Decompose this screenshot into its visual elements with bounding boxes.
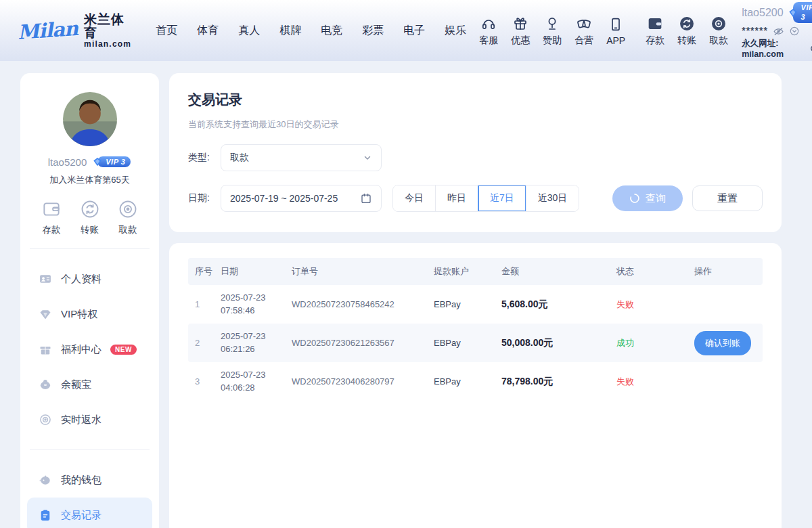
headset-icon bbox=[480, 15, 497, 32]
date-range-input[interactable]: 2025-07-19 ~ 2025-07-25 bbox=[221, 185, 382, 212]
range-7days-button[interactable]: 近7日 bbox=[478, 185, 526, 211]
vip-badge: VIP 3 bbox=[788, 1, 812, 24]
row-index: 2 bbox=[188, 338, 221, 348]
sidebar-menu-top: 个人资料 VIP特权 福利中心 NEW 余额宝 bbox=[20, 261, 159, 437]
row-account: EBPay bbox=[434, 376, 501, 387]
query-button[interactable]: 查询 bbox=[612, 185, 683, 211]
sidebar-transfer-action[interactable]: 转账 bbox=[79, 198, 101, 236]
promo-action[interactable]: 优惠 bbox=[511, 15, 530, 47]
reset-button[interactable]: 重置 bbox=[692, 185, 763, 211]
sidebar-divider bbox=[30, 248, 150, 249]
col-action: 操作 bbox=[694, 265, 763, 278]
app-action[interactable]: APP bbox=[606, 16, 625, 46]
transfer-outline-icon bbox=[79, 198, 101, 220]
username: ltao5200 bbox=[742, 6, 783, 20]
sidebar-item-transactions[interactable]: 交易记录 bbox=[27, 498, 152, 528]
piggy-icon bbox=[39, 378, 52, 391]
date-range-value: 2025-07-19 ~ 2025-07-25 bbox=[230, 193, 338, 204]
row-action-cell: 确认到账 bbox=[694, 331, 763, 355]
partner-action[interactable]: 合营 bbox=[574, 15, 593, 47]
col-account: 提款账户 bbox=[434, 265, 501, 278]
row-time: 04:06:28 bbox=[221, 382, 292, 394]
service-action[interactable]: 客服 bbox=[479, 15, 498, 47]
withdraw-action[interactable]: 取款 bbox=[709, 15, 728, 47]
nav-item-lottery[interactable]: 彩票 bbox=[362, 24, 384, 38]
sidebar-item-label: 我的钱包 bbox=[61, 474, 102, 487]
range-today-button[interactable]: 今日 bbox=[393, 185, 435, 211]
reset-button-label: 重置 bbox=[717, 192, 738, 205]
sponsor-label: 赞助 bbox=[543, 35, 562, 47]
row-status: 失败 bbox=[616, 299, 694, 311]
transfer-label: 转账 bbox=[677, 35, 696, 47]
brand-logo[interactable]: Milan 米兰体育 milan.com bbox=[18, 13, 131, 48]
col-order: 订单号 bbox=[292, 265, 434, 278]
sidebar-item-benefits[interactable]: 福利中心 NEW bbox=[27, 332, 152, 367]
main-column: 交易记录 当前系统支持查询最近30日的交易记录 类型: 取款 日期: 2025-… bbox=[169, 73, 782, 528]
col-amount: 金额 bbox=[501, 265, 616, 278]
transfer-filled-icon bbox=[678, 15, 696, 32]
nav-item-slots[interactable]: 电子 bbox=[403, 24, 425, 38]
filter-card: 交易记录 当前系统支持查询最近30日的交易记录 类型: 取款 日期: 2025-… bbox=[169, 73, 782, 232]
type-select[interactable]: 取款 bbox=[221, 144, 382, 171]
eye-off-icon[interactable] bbox=[773, 26, 784, 37]
sidebar-item-label: 个人资料 bbox=[61, 273, 102, 286]
partner-label: 合营 bbox=[574, 35, 593, 47]
sidebar-item-profile[interactable]: 个人资料 bbox=[27, 261, 152, 296]
sponsor-action[interactable]: 赞助 bbox=[543, 15, 562, 47]
wallet-pig-icon bbox=[39, 473, 52, 487]
row-date: 2025-07-23 bbox=[221, 292, 292, 304]
sidebar-deposit-label: 存款 bbox=[43, 224, 61, 236]
vip-diamond-icon bbox=[788, 7, 798, 18]
brand-name-cn: 米兰体育 bbox=[84, 13, 131, 40]
nav-item-live[interactable]: 真人 bbox=[238, 24, 260, 38]
row-order-no: WD202507230758465242 bbox=[292, 299, 434, 309]
nav-item-esports[interactable]: 电竞 bbox=[321, 24, 342, 38]
page-subtitle: 当前系统支持查询最近30日的交易记录 bbox=[188, 118, 763, 131]
row-order-no: WD202507230621263567 bbox=[292, 338, 434, 348]
range-30days-button[interactable]: 近30日 bbox=[526, 185, 579, 211]
trophy-icon bbox=[544, 15, 560, 32]
type-label: 类型: bbox=[188, 152, 221, 164]
row-status: 成功 bbox=[616, 337, 694, 349]
row-account: EBPay bbox=[434, 338, 501, 348]
sidebar-avatar[interactable] bbox=[63, 92, 117, 146]
sidebar-deposit-action[interactable]: 存款 bbox=[41, 198, 62, 236]
deposit-action[interactable]: 存款 bbox=[646, 15, 664, 47]
sidebar-item-label: 交易记录 bbox=[61, 509, 102, 522]
row-time: 06:21:26 bbox=[221, 343, 292, 355]
range-yesterday-button[interactable]: 昨日 bbox=[435, 185, 478, 211]
permanent-url-label: 永久网址: milan.com bbox=[742, 39, 807, 60]
nav-item-sports[interactable]: 体育 bbox=[197, 24, 219, 38]
sidebar-item-yuebao[interactable]: 余额宝 bbox=[27, 367, 152, 402]
service-label: 客服 bbox=[479, 35, 498, 47]
sidebar-item-my-wallet[interactable]: 我的钱包 bbox=[27, 462, 152, 498]
table-header: 序号 日期 订单号 提款账户 金额 状态 操作 bbox=[188, 258, 763, 285]
sidebar-withdraw-label: 取款 bbox=[119, 224, 137, 236]
search-icon[interactable] bbox=[809, 44, 812, 54]
withdraw-outline-icon bbox=[117, 198, 139, 220]
nav-item-entertainment[interactable]: 娱乐 bbox=[445, 24, 466, 38]
sidebar-transfer-label: 转账 bbox=[81, 224, 99, 236]
confirm-received-button[interactable]: 确认到账 bbox=[694, 331, 751, 355]
top-header: Milan 米兰体育 milan.com 首页 体育 真人 棋牌 电竞 彩票 电… bbox=[0, 0, 812, 61]
transfer-action[interactable]: 转账 bbox=[677, 15, 696, 47]
table-row: 2 2025-07-23 06:21:26 WD2025072306212635… bbox=[188, 324, 763, 362]
refresh-balance-icon[interactable] bbox=[789, 26, 800, 37]
sidebar-withdraw-action[interactable]: 取款 bbox=[117, 198, 139, 236]
row-amount: 50,008.00元 bbox=[501, 337, 616, 349]
sidebar-item-rebate[interactable]: 实时返水 bbox=[27, 402, 152, 437]
date-filter-row: 日期: 2025-07-19 ~ 2025-07-25 今日 昨日 近7日 近3… bbox=[188, 185, 763, 212]
header-actions: 客服 优惠 赞助 合营 bbox=[466, 1, 812, 60]
new-badge: NEW bbox=[110, 345, 137, 355]
nav-item-home[interactable]: 首页 bbox=[156, 24, 177, 38]
sidebar-username: ltao5200 bbox=[48, 156, 87, 168]
clipboard-icon bbox=[39, 508, 52, 522]
nav-item-cards[interactable]: 棋牌 bbox=[279, 24, 301, 38]
main-nav: 首页 体育 真人 棋牌 电竞 彩票 电子 娱乐 bbox=[156, 24, 466, 38]
vip-diamond-icon bbox=[92, 156, 103, 167]
sidebar-item-label: VIP特权 bbox=[61, 308, 97, 321]
sidebar-item-vip[interactable]: VIP特权 bbox=[27, 296, 152, 332]
table-row: 3 2025-07-23 04:06:28 WD2025072304062807… bbox=[188, 362, 763, 401]
row-time: 07:58:46 bbox=[221, 305, 292, 317]
row-date: 2025-07-23 bbox=[221, 369, 292, 381]
